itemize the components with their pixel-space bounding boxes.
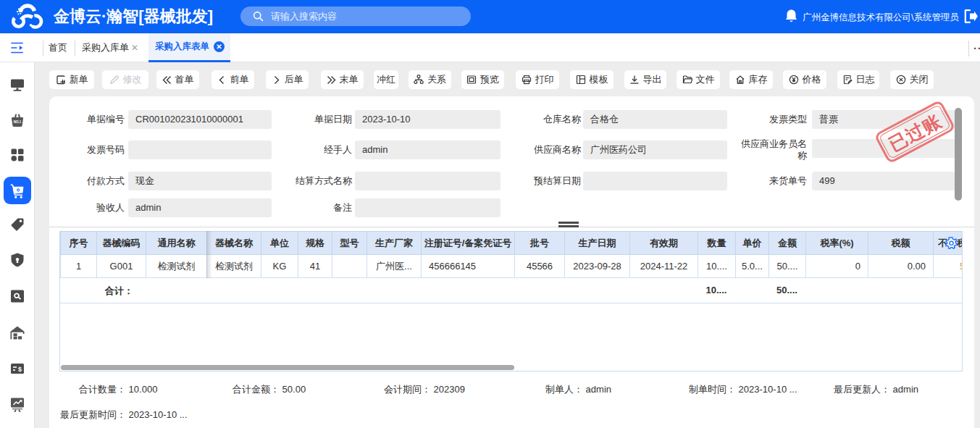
svg-text:NO.1: NO.1 xyxy=(14,120,22,124)
svg-text:$: $ xyxy=(18,366,22,373)
